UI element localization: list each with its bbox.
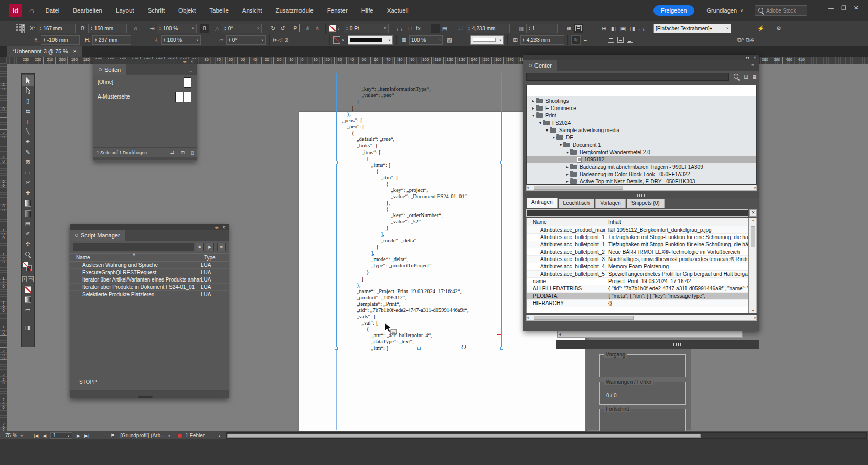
menu-ansicht[interactable]: Ansicht: [242, 7, 262, 14]
attribute-row[interactable]: Attributes.acc_bulletpoint_4Memory Foam …: [527, 263, 748, 271]
menu-hilfe[interactable]: Hilfe: [361, 7, 373, 14]
scroll-up-icon[interactable]: ▴: [752, 218, 754, 222]
tree-item-print[interactable]: ▾Print: [527, 112, 756, 119]
table-v-scrollbar[interactable]: ▴ ▾: [749, 218, 757, 313]
scissors-tool[interactable]: ✂: [22, 178, 34, 188]
tree-item-fs2024[interactable]: ▾FS2024: [527, 119, 756, 126]
vertical-align-bottom-icon[interactable]: [625, 35, 635, 45]
rectangle-frame-tool[interactable]: ⊠: [22, 157, 34, 168]
spread-page-right-icon[interactable]: [184, 92, 191, 102]
rotation-field[interactable]: ▲▼0°∨: [222, 24, 262, 33]
attribute-row[interactable]: Attributes.acc_bulletpoint_2Neue BÄR-FIR…: [527, 248, 748, 256]
align-right-edges-icon[interactable]: ◨: [628, 24, 637, 33]
stop-script-icon[interactable]: ■: [196, 243, 204, 251]
align-h-centers-icon[interactable]: ▣: [618, 24, 628, 33]
script-row[interactable]: Selektierte Produkte PlatzierenLUA: [70, 291, 229, 298]
tree-item-document-1[interactable]: ▾Document 1: [527, 141, 756, 148]
wrap-bounding-icon[interactable]: ▤: [440, 24, 449, 33]
column-header-type[interactable]: Type: [201, 254, 216, 261]
table-h-scrollbar[interactable]: ◂ ▸: [526, 315, 757, 321]
close-panel-icon[interactable]: ✕: [222, 225, 226, 230]
break-link-style-icon[interactable]: ⧉✲: [745, 35, 755, 45]
attribute-row[interactable]: PEODATA{ "meta": { "itm": [ { "key": "me…: [527, 293, 748, 300]
constrain-proportions-broken-icon[interactable]: ⌀: [131, 24, 141, 33]
baseline-offset-field[interactable]: ▲▼4,233 mm: [466, 24, 510, 33]
scroll-right-icon[interactable]: ▸: [754, 316, 756, 320]
seiten-menu-icon[interactable]: ≡: [189, 69, 192, 75]
link-scale-icon[interactable]: 8: [200, 24, 209, 33]
frame-handle-right[interactable]: [500, 161, 503, 164]
corner-size-icon[interactable]: ⊠: [400, 35, 409, 45]
quick-apply-lightning-icon[interactable]: ⚡: [756, 24, 766, 33]
flip-horizontal-icon[interactable]: ⊳◁: [273, 35, 282, 45]
gradient-swatch-tool[interactable]: [22, 198, 34, 209]
close-panel-icon[interactable]: ✕: [753, 56, 756, 60]
last-page-icon[interactable]: ▶|: [84, 433, 89, 438]
align-left-edges-icon[interactable]: ◧: [609, 24, 618, 33]
menu-fenster[interactable]: Fenster: [327, 7, 348, 14]
script-row[interactable]: Iterator über Artikel/Varianten eines Pr…: [70, 276, 229, 284]
clear-filter-icon[interactable]: ✕: [749, 209, 757, 217]
menu-objekt[interactable]: Objekt: [178, 7, 196, 14]
fill-proxy[interactable]: [23, 262, 28, 267]
scroll-left-icon[interactable]: ◂: [559, 332, 561, 337]
prev-page-icon[interactable]: ◀: [42, 433, 46, 438]
tree-item-1095112[interactable]: 1095112: [527, 156, 756, 163]
preflight-chevron-icon[interactable]: ∨: [168, 434, 170, 438]
tab-center[interactable]: Center: [523, 60, 557, 71]
zoom-tool[interactable]: [22, 250, 34, 260]
page-number-field[interactable]: 1∨: [50, 432, 72, 439]
shear-field[interactable]: ▲▼0°∨: [226, 35, 266, 45]
view-list-icon[interactable]: ≣: [753, 74, 757, 80]
search-icon[interactable]: [733, 73, 740, 80]
document-close-icon[interactable]: ✕: [73, 49, 77, 54]
preflight-profile[interactable]: [Grundprofil] (Arb...: [120, 432, 165, 438]
zoom-chevron-icon[interactable]: ∨: [20, 434, 23, 438]
rectangle-tool[interactable]: ▭: [22, 168, 34, 178]
tree-expanded-icon[interactable]: ▾: [551, 135, 556, 140]
tab-seiten[interactable]: Seiten: [93, 64, 126, 75]
menu-schrift[interactable]: Schrift: [147, 7, 165, 14]
tree-expanded-icon[interactable]: ▾: [538, 121, 543, 125]
attribute-row[interactable]: HIERARCHY{}: [527, 300, 748, 307]
tree-expanded-icon[interactable]: ▾: [544, 128, 550, 133]
panel-resize-handle[interactable]: [138, 396, 153, 398]
effects-icon[interactable]: fx.: [414, 24, 424, 33]
direct-selection-tool[interactable]: [22, 86, 34, 96]
close-panel-icon[interactable]: ✕: [190, 60, 194, 64]
page-tool[interactable]: ▯: [22, 96, 34, 106]
vertical-align-center-icon[interactable]: [616, 35, 625, 45]
attribute-row[interactable]: Attributes.acc_bulletpoint_1_DHTiefzugha…: [527, 241, 748, 248]
vertical-ruler[interactable]: 2 002 04 06 08 01 0 01 2 01 4 01 6 01 8 …: [0, 57, 7, 431]
script-list-icon[interactable]: ≣: [217, 243, 226, 251]
error-chevron-icon[interactable]: ∨: [218, 434, 221, 438]
tree-item-badeanzug-im-color-block-look-050ef1a322[interactable]: ▸Badeanzug im Color-Block-Look - 050EF1A…: [527, 170, 756, 178]
script-row[interactable]: Auslesen Währung und SpracheLUA: [70, 262, 229, 269]
tree-collapsed-icon[interactable]: ▸: [565, 172, 570, 177]
drag-grip-icon[interactable]: [673, 343, 682, 346]
y-position-field[interactable]: ▲▼-106 mm: [41, 35, 80, 45]
select-next-object-icon[interactable]: ⋔: [313, 24, 322, 33]
select-container-icon[interactable]: P: [291, 24, 300, 33]
scale-x-field[interactable]: ▲▼100 %∨: [157, 24, 197, 33]
workspace-switcher[interactable]: Grundlagen ∨: [707, 7, 743, 14]
scroll-left-icon[interactable]: ◂: [527, 316, 529, 320]
scroll-down-icon[interactable]: ▾: [752, 309, 754, 313]
text-columns-2-icon[interactable]: ≋: [571, 35, 581, 45]
width-field[interactable]: ▲▼150 mm: [88, 24, 127, 33]
wrap-options-icon[interactable]: ≡: [454, 35, 464, 45]
tree-collapsed-icon[interactable]: ▸: [531, 99, 536, 103]
error-count[interactable]: 1 Fehler: [185, 432, 205, 438]
menu-datei[interactable]: Datei: [45, 7, 59, 14]
panel-menu-icon[interactable]: ≡: [835, 35, 845, 45]
tree-item-bergkomfort-wanderstiefel-2-0[interactable]: ▾Bergkomfort Wanderstiefel 2.0: [527, 148, 756, 156]
line-tool[interactable]: ╲: [22, 127, 34, 137]
tree-expanded-icon[interactable]: ▾: [558, 143, 563, 147]
tree-item-active-top-mit-netz-details-e-dry-050ei1k303[interactable]: ▸Active-Top mit Netz-Details, E-DRY - 05…: [527, 178, 756, 185]
tree-item-shootings[interactable]: ▸Shootings: [527, 97, 756, 104]
center-search-input[interactable]: [526, 73, 729, 81]
minimize-button[interactable]: —: [828, 5, 834, 12]
selection-tool[interactable]: [22, 75, 34, 86]
ruler-origin-corner[interactable]: [0, 57, 7, 64]
vertical-align-top-icon[interactable]: [606, 35, 616, 45]
